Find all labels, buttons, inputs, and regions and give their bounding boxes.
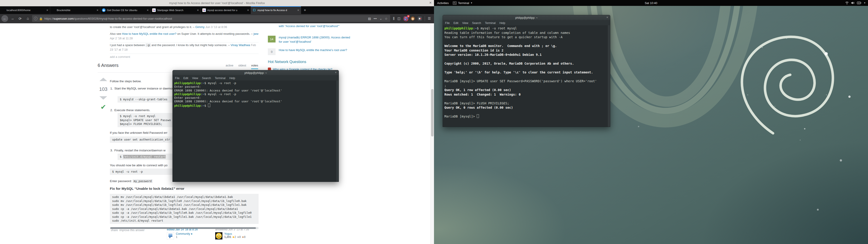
page-actions-icon[interactable]: ••• bbox=[374, 17, 377, 20]
browser-tab[interactable]: Get Docker CE for Ubuntu✕ bbox=[100, 6, 151, 14]
gold-badge-icon bbox=[232, 236, 234, 238]
forward-button[interactable]: → bbox=[9, 15, 16, 22]
share-link[interactable]: share bbox=[111, 228, 118, 232]
tab-label: localhost:8000/home bbox=[6, 9, 44, 11]
browser-tab[interactable]: {}mysql how to fix Access d✕ bbox=[251, 6, 301, 14]
browser-tab[interactable]: Bruckmühle✕ bbox=[50, 6, 100, 14]
menu-edit[interactable]: Edit bbox=[454, 22, 458, 25]
noscript-icon[interactable]: S3 bbox=[404, 17, 408, 21]
tab-close-icon[interactable]: ✕ bbox=[96, 9, 98, 12]
terminal-window[interactable]: philipp@philipp: ~×FileEditViewSearchTer… bbox=[442, 15, 610, 127]
tab-close-icon[interactable]: ✕ bbox=[297, 9, 299, 12]
tab-label: Bruckmühle bbox=[57, 9, 95, 11]
terminal-cursor bbox=[208, 103, 210, 107]
menu-help[interactable]: Help bbox=[499, 22, 505, 25]
url-text[interactable]: https://superuser.com/questions/603026/m… bbox=[44, 17, 366, 20]
menu-file[interactable]: File bbox=[445, 22, 450, 25]
tab-close-icon[interactable]: ✕ bbox=[247, 9, 249, 12]
terminal-output[interactable]: philipp@philipp:~$ mysql -u root -pEnter… bbox=[173, 81, 339, 182]
reader-mode-icon[interactable]: ▤ bbox=[368, 17, 371, 20]
comment-user-link[interactable]: jww bbox=[253, 32, 258, 35]
badge-count: 8 bbox=[244, 236, 246, 239]
browser-tab[interactable]: SpStartpage Web Search✕ bbox=[151, 6, 201, 14]
noscript-badge: 3 bbox=[407, 15, 410, 18]
firefox-window: mysql how to fix Access denied for user … bbox=[0, 0, 434, 244]
add-comment-link[interactable]: add a comment bbox=[110, 55, 130, 59]
window-close-icon[interactable]: ✕ bbox=[429, 1, 432, 4]
terminal-output[interactable]: philipp@philipp:~$ mysql -u root mysqlRe… bbox=[443, 25, 610, 127]
comment-user-link[interactable]: Gimmy bbox=[195, 25, 205, 29]
pocket-icon[interactable]: ⌄ bbox=[379, 17, 382, 20]
back-button[interactable]: ← bbox=[1, 15, 8, 22]
related-question-link[interactable]: with "Access denied for user 'root'@'loc… bbox=[279, 24, 354, 28]
sidebar-icon[interactable]: ◫ bbox=[397, 17, 401, 21]
related-question-link[interactable]: mysql (mariadb) ERROR 1698 (28000): Acce… bbox=[279, 35, 354, 44]
url-bar[interactable]: i 🔒 https://superuser.com/questions/6030… bbox=[32, 15, 390, 22]
tab-oldest[interactable]: oldest bbox=[238, 64, 246, 69]
system-menu-caret-icon: ▼ bbox=[864, 2, 866, 4]
author-name[interactable]: Yogus bbox=[224, 232, 232, 236]
menu-search[interactable]: Search bbox=[202, 77, 211, 80]
terminal-titlebar[interactable]: philipp@philipp: ~× bbox=[173, 70, 339, 76]
menu-file[interactable]: File bbox=[175, 77, 180, 80]
tab-close-icon[interactable]: ✕ bbox=[146, 9, 149, 12]
menu-terminal[interactable]: Terminal bbox=[215, 77, 225, 80]
floating-terminal-window[interactable]: philipp@philipp: ~×FileEditViewSearchTer… bbox=[173, 70, 339, 182]
system-status-area[interactable]: ▼ bbox=[845, 1, 866, 4]
menu-search[interactable]: Search bbox=[472, 22, 481, 25]
clock[interactable]: Sat 10:40 bbox=[434, 1, 868, 5]
browser-tab[interactable]: Spmysql access denied for u✕ bbox=[201, 6, 251, 14]
related-question[interactable]: with "Access denied for user 'root'@'loc… bbox=[268, 24, 354, 28]
terminal-menubar: FileEditViewSearchTerminalHelp bbox=[173, 76, 339, 81]
menu-terminal[interactable]: Terminal bbox=[485, 22, 495, 25]
menu-edit[interactable]: Edit bbox=[183, 77, 188, 80]
community-avatar[interactable] bbox=[167, 232, 174, 240]
page-info-icon[interactable]: i bbox=[34, 17, 37, 20]
library-icon[interactable]: ⫼ bbox=[393, 17, 395, 21]
vote-up-button[interactable] bbox=[98, 78, 108, 81]
related-vote-count: 0 bbox=[268, 48, 276, 55]
terminal-titlebar[interactable]: philipp@philipp: ~× bbox=[443, 15, 610, 21]
improve-link[interactable]: improve this answer bbox=[119, 228, 145, 232]
comment-text: on Super User. It attempts to avoid rese… bbox=[176, 32, 253, 35]
menu-hamburger-icon[interactable]: ☰ bbox=[428, 17, 431, 21]
home-button[interactable]: ⌂ bbox=[24, 15, 31, 22]
privacy-badger-icon[interactable] bbox=[418, 17, 422, 21]
startpage-favicon: Sp bbox=[152, 8, 156, 12]
greasemonkey-icon[interactable] bbox=[411, 17, 415, 21]
menu-view[interactable]: View bbox=[462, 22, 468, 25]
terminal-scrollbar[interactable] bbox=[608, 25, 610, 127]
tab-votes[interactable]: votes bbox=[251, 64, 258, 69]
bookmark-star-icon[interactable]: ☆ bbox=[385, 17, 388, 20]
terminal-close-icon[interactable]: × bbox=[335, 71, 337, 74]
terminal-close-icon[interactable]: × bbox=[607, 16, 608, 19]
window-titlebar[interactable]: mysql how to fix Access denied for user … bbox=[0, 0, 434, 6]
menu-help[interactable]: Help bbox=[229, 77, 235, 80]
docker-favicon bbox=[102, 8, 105, 12]
edited-link[interactable]: edited Jan 14 '16 at 8:16 bbox=[167, 228, 198, 231]
terminal-scrollbar[interactable] bbox=[336, 81, 339, 182]
comment-link[interactable]: How to have MySQL entitle the root user? bbox=[122, 32, 176, 35]
vote-down-button[interactable] bbox=[98, 96, 108, 100]
menu-view[interactable]: View bbox=[192, 77, 198, 80]
community-name[interactable]: Community ♦ bbox=[176, 232, 192, 236]
related-question-link[interactable]: How to have MySQL entitle the machine's … bbox=[279, 48, 354, 52]
tab-active[interactable]: active bbox=[225, 64, 233, 69]
reload-button[interactable]: ⟳ bbox=[17, 15, 24, 22]
comment-user-link[interactable]: Vinay Wadhwa bbox=[230, 43, 250, 47]
vote-count: 103 bbox=[98, 86, 108, 92]
related-question[interactable]: 0How to have MySQL entitle the machine's… bbox=[268, 48, 354, 52]
volume-icon bbox=[851, 1, 855, 4]
tab-close-icon[interactable]: ✕ bbox=[196, 9, 199, 12]
toolbar-separator bbox=[425, 16, 425, 21]
wifi-icon bbox=[845, 1, 849, 4]
tab-close-icon[interactable]: ✕ bbox=[46, 9, 49, 12]
author-avatar[interactable] bbox=[215, 232, 222, 240]
scrollbar-thumb[interactable] bbox=[431, 89, 434, 136]
terminal-title: philipp@philipp: ~ bbox=[244, 71, 267, 74]
related-question[interactable]: 14mysql (mariadb) ERROR 1698 (28000): Ac… bbox=[268, 35, 354, 44]
page-scrollbar[interactable] bbox=[430, 24, 434, 244]
hot-network-questions-title: Hot Network Questions bbox=[268, 60, 306, 64]
new-tab-button[interactable]: + bbox=[301, 6, 309, 14]
browser-tab[interactable]: localhost:8000/home✕ bbox=[0, 6, 50, 14]
